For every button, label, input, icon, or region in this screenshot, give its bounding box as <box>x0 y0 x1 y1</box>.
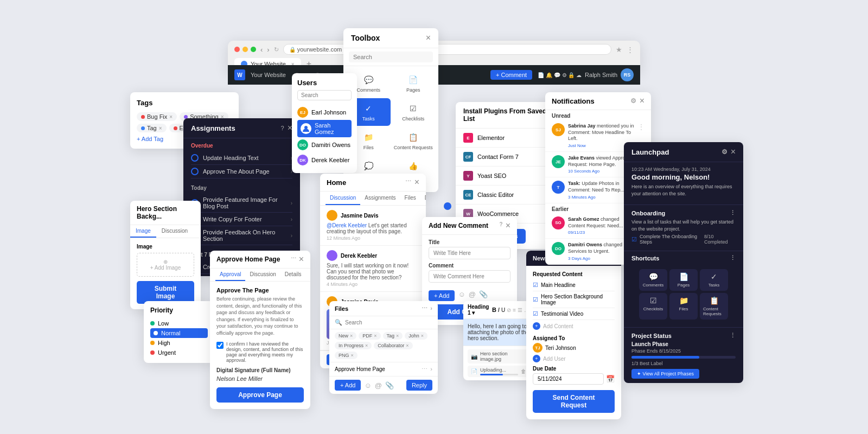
user-item-derek[interactable]: DK Derek Keebler <box>297 152 352 168</box>
filter-new[interactable]: New × <box>335 332 356 340</box>
home-tab-files[interactable]: Files <box>400 192 420 205</box>
home-tab-assignments[interactable]: Assignments <box>360 192 400 205</box>
user-item-earl[interactable]: EJ Earl Johnson <box>297 105 352 120</box>
files-add-button[interactable]: + Add <box>335 380 361 391</box>
home-close-icon[interactable]: × <box>414 178 419 187</box>
priority-normal[interactable]: Normal <box>150 328 208 338</box>
filter-tag[interactable]: Tag × <box>383 332 403 340</box>
attachment-delete-icon[interactable]: 🗑 <box>521 368 526 374</box>
shortcut-checklists[interactable]: ☑ Checklists <box>639 293 667 320</box>
home-menu-icon[interactable]: ⋯ <box>405 178 411 187</box>
project-status-more-icon[interactable]: ⋮ <box>730 332 736 339</box>
shortcut-tasks[interactable]: ✓ Tasks <box>700 269 728 291</box>
heading-selector[interactable]: Heading 1 ▾ <box>468 304 490 316</box>
maximize-dot[interactable] <box>251 47 256 52</box>
assignment-item[interactable]: Provide Feedback On Hero Section › <box>191 226 292 245</box>
files-reply-button[interactable]: Reply <box>406 380 432 391</box>
shortcut-files[interactable]: 📁 Files <box>669 293 698 320</box>
toolbox-search-input[interactable] <box>349 52 433 62</box>
home-tab-details[interactable]: Details <box>420 192 426 205</box>
notifications-settings-icon[interactable]: ⚙ <box>630 97 636 105</box>
underline-button[interactable]: U <box>501 307 505 313</box>
priority-low[interactable]: Low <box>150 318 208 328</box>
assignment-item[interactable]: Write Copy For Footer › <box>191 213 292 226</box>
hero-tab-discussion[interactable]: Discussion <box>156 225 193 238</box>
tag-chip[interactable]: Tag × <box>137 124 167 132</box>
tag-remove-tag[interactable]: × <box>159 125 162 131</box>
shortcut-pages[interactable]: 📄 Pages <box>669 269 698 291</box>
assignment-item[interactable]: Approve The About Page › <box>191 165 292 178</box>
due-date-input[interactable] <box>533 373 604 385</box>
files-menu-icon[interactable]: ⋯ <box>422 305 427 312</box>
list-icon[interactable]: ≡ <box>513 307 516 313</box>
cr-add-content-button[interactable]: + <box>533 322 540 330</box>
priority-high[interactable]: High <box>150 338 208 348</box>
close-dot[interactable] <box>234 47 240 52</box>
emoji-icon[interactable]: ☺ <box>458 290 465 301</box>
minimize-dot[interactable] <box>242 47 248 52</box>
launchpad-close-icon[interactable]: × <box>731 148 736 156</box>
files-attach-icon[interactable]: 📎 <box>385 381 394 390</box>
mention-icon[interactable]: @ <box>469 290 476 301</box>
files-emoji-icon[interactable]: ☺ <box>364 381 371 390</box>
home-tab-discussion[interactable]: Discussion <box>326 192 360 205</box>
notif-more-1[interactable]: ⋮ <box>638 123 644 131</box>
tag-chip[interactable]: Bug Fix × <box>137 112 177 121</box>
comment-title-input[interactable] <box>429 247 510 259</box>
approve-tab-discussion[interactable]: Discussion <box>245 269 280 281</box>
filter-remove-john[interactable]: × <box>421 333 424 339</box>
cr-add-user-button[interactable]: + <box>533 355 540 362</box>
files-search-input[interactable] <box>345 320 432 326</box>
launchpad-settings-icon[interactable]: ⚙ <box>722 148 727 156</box>
file-nav-icon[interactable]: › <box>430 366 432 373</box>
filter-remove-tag[interactable]: × <box>396 333 399 339</box>
onboarding-more-icon[interactable]: ⋮ <box>730 209 736 216</box>
notifications-close-icon[interactable]: × <box>640 97 644 105</box>
file-action-icon[interactable]: ⋯ <box>422 366 427 373</box>
filter-pdf[interactable]: PDF × <box>359 332 380 340</box>
slider-dot[interactable] <box>444 202 451 210</box>
shortcuts-more-icon[interactable]: ⋮ <box>730 254 736 261</box>
approve-checkbox-input[interactable] <box>216 342 224 349</box>
comment-help-icon[interactable]: ? <box>500 221 503 230</box>
approve-menu-icon[interactable]: ⋯ <box>291 255 296 264</box>
attach-icon[interactable]: 📎 <box>479 290 488 301</box>
filter-remove-new[interactable]: × <box>350 333 353 339</box>
filter-png[interactable]: PNG × <box>335 352 358 359</box>
approve-close-icon[interactable]: × <box>299 255 304 264</box>
send-content-request-button[interactable]: Send Content Request <box>533 390 615 413</box>
tag-remove-bugfix[interactable]: × <box>169 114 173 120</box>
user-item-damitri[interactable]: DO Damitri Owens <box>297 137 352 152</box>
shortcut-comments[interactable]: 💬 Comments <box>639 269 667 291</box>
italic-button[interactable]: I <box>498 307 500 313</box>
shortcut-content-requests[interactable]: 📋 Content Requests <box>700 293 728 320</box>
bold-button[interactable]: B <box>492 307 496 313</box>
priority-urgent[interactable]: Urgent <box>150 348 208 358</box>
comment-close-icon[interactable]: × <box>506 221 510 230</box>
filter-inprogress[interactable]: In Progress × <box>335 342 372 349</box>
assignments-help-icon[interactable]: ? <box>281 125 284 131</box>
format-icon[interactable]: ⊘ <box>507 307 511 313</box>
submit-image-button[interactable]: Submit Image <box>137 281 194 304</box>
filter-remove-png[interactable]: × <box>351 353 354 358</box>
files-at-icon[interactable]: @ <box>375 381 382 390</box>
filter-collab[interactable]: Collaborator × <box>374 342 412 349</box>
approve-tab-details[interactable]: Details <box>280 269 306 281</box>
filter-john[interactable]: John × <box>405 332 427 340</box>
assignment-item[interactable]: Update Heading Text › <box>191 151 292 165</box>
align-icon[interactable]: ☰ <box>518 307 522 313</box>
files-nav-icon[interactable]: › <box>430 305 432 312</box>
assignment-item[interactable]: Provide Featured Image For Blog Post › <box>191 194 292 213</box>
users-search-input[interactable] <box>297 90 352 100</box>
filter-remove-inprogress[interactable]: × <box>365 343 368 348</box>
user-item-sarah[interactable]: Sarah Gomez <box>297 120 352 137</box>
toolbox-checklists[interactable]: ☑ Checklists <box>392 98 436 126</box>
address-bar[interactable]: 🔒 yourwebsite.com <box>283 44 611 55</box>
approve-page-button[interactable]: Approve Page <box>216 387 304 403</box>
calendar-icon[interactable]: 📅 <box>606 375 615 383</box>
approve-tab-approval[interactable]: Approval <box>215 269 245 281</box>
hero-tab-image[interactable]: Image <box>130 225 156 238</box>
toolbox-close-icon[interactable]: × <box>426 34 431 42</box>
comment-text-input[interactable] <box>429 270 510 283</box>
hero-add-image-button[interactable]: ⊕ + Add Image <box>137 253 194 277</box>
